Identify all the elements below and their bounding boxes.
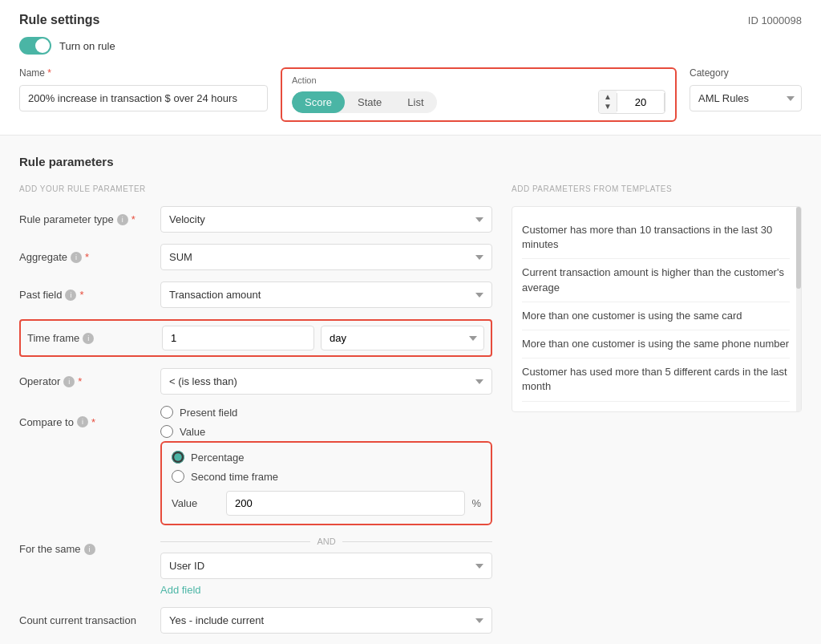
rule-param-type-required: * <box>131 213 135 225</box>
operator-select[interactable]: < (is less than) > (is greater than) = (… <box>160 368 492 395</box>
template-box: Customer has more than 10 transactions i… <box>512 206 802 412</box>
for-same-row: For the same i AND User ID Add field <box>19 537 492 596</box>
add-field-link[interactable]: Add field <box>160 584 201 596</box>
timeframe-label: Time frame i <box>27 332 149 344</box>
rule-param-type-row: Rule parameter type i * Velocity <box>19 206 492 233</box>
past-field-label: Past field i * <box>19 289 148 301</box>
compare-to-required: * <box>91 416 95 428</box>
aggregate-info-icon[interactable]: i <box>71 252 82 263</box>
state-button[interactable]: State <box>345 91 394 113</box>
name-action-row: Name * Action Score State List ▲ <box>19 67 802 122</box>
and-divider: AND <box>160 537 492 546</box>
radio-percentage-input[interactable] <box>172 451 184 464</box>
list-button[interactable]: List <box>394 91 436 113</box>
category-select[interactable]: AML Rules Fraud Rules KYC Rules <box>690 85 802 111</box>
past-field-row: Past field i * Transaction amount <box>19 281 492 308</box>
template-item-3[interactable]: More than one customer is using the same… <box>522 330 790 358</box>
aggregate-control: SUM <box>160 244 492 270</box>
timeframe-row: Time frame i day hour week month <box>19 319 492 357</box>
operator-label: Operator i * <box>19 375 148 387</box>
name-group: Name * <box>19 67 268 111</box>
compare-radio-group: Percentage Second time frame <box>172 451 481 483</box>
value-label: Value <box>172 497 220 509</box>
radio-present-field-label: Present field <box>180 407 237 419</box>
timeframe-info-icon[interactable]: i <box>83 333 94 344</box>
name-required-star: * <box>47 67 51 79</box>
and-text: AND <box>317 537 335 546</box>
pct-label: % <box>471 497 481 509</box>
action-controls: Score State List ▲ ▼ <box>292 90 665 114</box>
for-same-info-icon[interactable]: i <box>84 544 95 555</box>
count-current-control: Yes - include current No - exclude curre… <box>160 607 492 634</box>
rule-param-type-label: Rule parameter type i * <box>19 213 148 225</box>
page-wrapper: Rule settings ID 1000098 Turn on rule Na… <box>0 0 821 644</box>
past-field-control: Transaction amount <box>160 281 492 308</box>
operator-info-icon[interactable]: i <box>63 376 75 387</box>
timeframe-number-input[interactable] <box>162 326 314 350</box>
operator-required: * <box>78 375 82 387</box>
score-value-input[interactable] <box>617 93 665 111</box>
template-item-4[interactable]: Customer has used more than 5 different … <box>522 358 790 401</box>
category-label: Category <box>690 67 802 79</box>
rule-param-type-select[interactable]: Velocity <box>160 206 492 233</box>
score-button[interactable]: Score <box>292 91 345 113</box>
compare-to-radios-unwrapped: Present field Value <box>160 406 492 438</box>
operator-row: Operator i * < (is less than) > (is grea… <box>19 368 492 395</box>
plus-minus-buttons[interactable]: ▲ ▼ <box>599 91 617 113</box>
header-top: Rule settings ID 1000098 <box>19 13 802 27</box>
rule-param-type-control: Velocity <box>160 206 492 233</box>
toggle-switch[interactable] <box>19 37 51 55</box>
category-group: Category AML Rules Fraud Rules KYC Rules <box>690 67 802 111</box>
past-field-select[interactable]: Transaction amount <box>160 281 492 308</box>
toggle-row: Turn on rule <box>19 37 802 55</box>
past-field-info-icon[interactable]: i <box>65 290 76 301</box>
template-item-1[interactable]: Current transaction amount is higher tha… <box>522 259 790 302</box>
radio-second-timeframe: Second time frame <box>172 470 481 483</box>
action-label: Action <box>292 75 665 85</box>
radio-value-label: Value <box>180 426 205 438</box>
name-input[interactable] <box>19 85 268 111</box>
aggregate-required: * <box>85 251 89 263</box>
template-item-0[interactable]: Customer has more than 10 transactions i… <box>522 217 790 259</box>
for-same-right: AND User ID Add field <box>160 537 492 596</box>
header-section: Rule settings ID 1000098 Turn on rule Na… <box>0 0 821 136</box>
count-current-select[interactable]: Yes - include current No - exclude curre… <box>160 607 492 634</box>
radio-second-timeframe-label: Second time frame <box>191 471 278 483</box>
radio-present-field: Present field <box>160 406 492 419</box>
page-title: Rule settings <box>19 13 99 27</box>
rule-param-type-info-icon[interactable]: i <box>117 214 128 225</box>
for-same-select[interactable]: User ID <box>160 553 492 579</box>
timeframe-unit-select[interactable]: day hour week month <box>321 326 484 350</box>
aggregate-select[interactable]: SUM <box>160 244 492 270</box>
value-input[interactable] <box>226 491 465 516</box>
aggregate-label: Aggregate i * <box>19 251 148 263</box>
radio-value: Value <box>160 425 492 438</box>
params-section: Rule parameters ADD YOUR RULE PARAMETER … <box>0 136 821 644</box>
left-column: ADD YOUR RULE PARAMETER Rule parameter t… <box>19 184 492 644</box>
rule-id: ID 1000098 <box>748 14 802 26</box>
add-param-label: ADD YOUR RULE PARAMETER <box>19 184 492 193</box>
radio-percentage: Percentage <box>172 451 481 464</box>
value-row: Value % <box>172 491 481 516</box>
action-button-group: Score State List <box>292 91 437 113</box>
right-column: ADD PARAMETERS FROM TEMPLATES Customer h… <box>512 184 802 644</box>
toggle-label: Turn on rule <box>59 40 115 52</box>
and-line-left <box>160 541 310 542</box>
compare-to-info-icon[interactable]: i <box>77 416 88 427</box>
compare-section-highlighted: Percentage Second time frame Value % <box>160 441 492 525</box>
operator-control: < (is less than) > (is greater than) = (… <box>160 368 492 395</box>
scrollbar-track <box>796 207 801 411</box>
radio-present-field-input[interactable] <box>160 406 173 419</box>
radio-second-timeframe-input[interactable] <box>172 470 184 483</box>
template-item-2[interactable]: More than one customer is using the same… <box>522 302 790 330</box>
count-current-row: Count current transaction Yes - include … <box>19 607 492 634</box>
radio-value-input[interactable] <box>160 425 173 438</box>
scrollbar-thumb <box>796 207 801 289</box>
two-col-layout: ADD YOUR RULE PARAMETER Rule parameter t… <box>19 184 802 644</box>
count-current-label: Count current transaction <box>19 614 148 626</box>
and-line-right <box>342 541 492 542</box>
templates-label: ADD PARAMETERS FROM TEMPLATES <box>512 184 802 193</box>
score-adjuster: ▲ ▼ <box>598 90 665 114</box>
compare-to-label: Compare to i * <box>19 416 148 428</box>
action-group: Action Score State List ▲ ▼ <box>281 67 677 122</box>
